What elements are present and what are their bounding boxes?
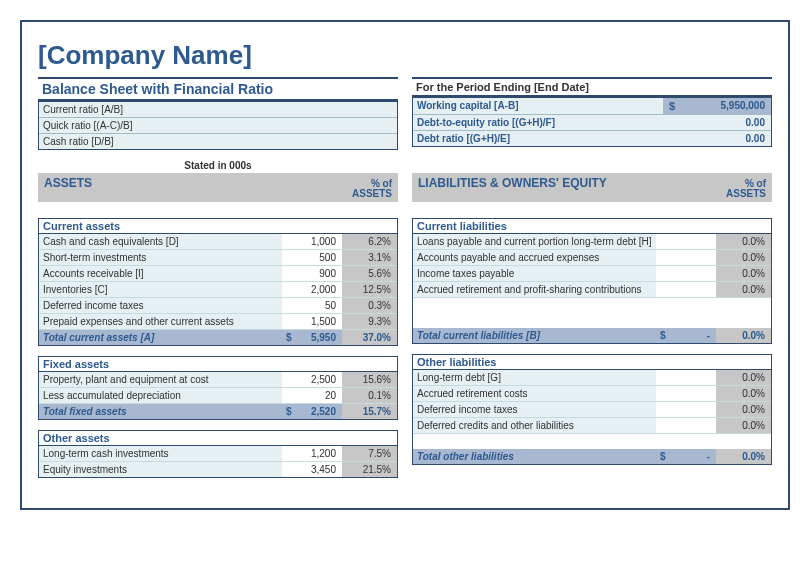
row-label: Accrued retirement costs — [413, 386, 656, 401]
row-pct: 3.1% — [342, 250, 397, 265]
total-label: Total current assets [A] — [39, 330, 282, 345]
row-value — [656, 418, 716, 433]
row-value: 20 — [282, 388, 342, 403]
total-label: Total fixed assets — [39, 404, 282, 419]
row-value: 2,000 — [282, 282, 342, 297]
row-label: Deferred income taxes — [413, 402, 656, 417]
company-name: [Company Name] — [38, 40, 772, 71]
ratio-label: Working capital [A-B] — [413, 98, 663, 114]
other-liab-box: Other liabilities Long-term debt [G]0.0%… — [412, 354, 772, 465]
liabilities-column: Current liabilities Loans payable and cu… — [412, 208, 772, 478]
row-value — [656, 370, 716, 385]
row-label: Accounts payable and accrued expenses — [413, 250, 656, 265]
total-pct: 37.0% — [342, 330, 397, 345]
row-pct: 0.0% — [716, 418, 771, 433]
row-label: Long-term cash investments — [39, 446, 282, 461]
ratio-label: Cash ratio [D/B] — [39, 134, 327, 149]
row-pct: 15.6% — [342, 372, 397, 387]
total-value: $5,950 — [282, 330, 342, 345]
row-value: 900 — [282, 266, 342, 281]
pct-header: % of ASSETS — [706, 179, 766, 199]
row-value: 500 — [282, 250, 342, 265]
row-value — [656, 250, 716, 265]
row-label: Cash and cash equivalents [D] — [39, 234, 282, 249]
ratio-label: Debt-to-equity ratio [(G+H)/F] — [413, 115, 701, 130]
row-pct: 0.0% — [716, 282, 771, 297]
row-pct: 9.3% — [342, 314, 397, 329]
ratio-value — [327, 118, 397, 133]
row-value — [656, 266, 716, 281]
sheet-title: Balance Sheet with Financial Ratio — [38, 77, 398, 101]
row-value — [656, 282, 716, 297]
section-header: Other assets — [39, 431, 397, 446]
ratio-value: 0.00 — [701, 115, 771, 130]
total-label: Total other liabilities — [413, 449, 656, 464]
total-value: $- — [656, 449, 716, 464]
row-value — [656, 402, 716, 417]
row-label: Property, plant and equipment at cost — [39, 372, 282, 387]
liabilities-header: LIABILITIES & OWNERS' EQUITY % of ASSETS — [412, 173, 772, 202]
row-pct: 0.0% — [716, 266, 771, 281]
row-label: Inventories [C] — [39, 282, 282, 297]
row-pct: 7.5% — [342, 446, 397, 461]
section-header: Fixed assets — [39, 357, 397, 372]
row-value: 1,200 — [282, 446, 342, 461]
ratio-value — [327, 102, 397, 117]
stated-label: Stated in 000s — [38, 158, 398, 173]
section-header: Other liabilities — [413, 355, 771, 370]
row-value — [656, 234, 716, 249]
ratio-label: Current ratio [A/B] — [39, 102, 327, 117]
main-columns: Current assets Cash and cash equivalents… — [38, 208, 772, 478]
row-label: Loans payable and current portion long-t… — [413, 234, 656, 249]
assets-header: ASSETS % of ASSETS — [38, 173, 398, 202]
balance-sheet: [Company Name] Balance Sheet with Financ… — [20, 20, 790, 510]
pct-header: % of ASSETS — [332, 179, 392, 199]
row-pct: 12.5% — [342, 282, 397, 297]
total-pct: 0.0% — [716, 328, 771, 343]
ratio-value: 5,950,000 — [681, 98, 771, 114]
currency-symbol: $ — [663, 98, 681, 114]
row-pct: 5.6% — [342, 266, 397, 281]
row-value: 1,000 — [282, 234, 342, 249]
total-value: $- — [656, 328, 716, 343]
row-pct: 21.5% — [342, 462, 397, 477]
row-label: Accounts receivable [I] — [39, 266, 282, 281]
row-pct: 6.2% — [342, 234, 397, 249]
row-pct: 0.0% — [716, 234, 771, 249]
section-header: Current assets — [39, 219, 397, 234]
section-header: Current liabilities — [413, 219, 771, 234]
ratio-label: Quick ratio [(A-C)/B] — [39, 118, 327, 133]
row-label: Short-term investments — [39, 250, 282, 265]
row-label: Income taxes payable — [413, 266, 656, 281]
left-ratios: Current ratio [A/B] Quick ratio [(A-C)/B… — [38, 101, 398, 150]
left-top-col: Balance Sheet with Financial Ratio Curre… — [38, 77, 398, 150]
ratio-value: 0.00 — [701, 131, 771, 146]
row-label: Long-term debt [G] — [413, 370, 656, 385]
row-label: Deferred income taxes — [39, 298, 282, 313]
right-ratios: Working capital [A-B] $ 5,950,000 Debt-t… — [412, 97, 772, 147]
current-liab-box: Current liabilities Loans payable and cu… — [412, 218, 772, 344]
row-label: Less accumulated depreciation — [39, 388, 282, 403]
assets-title: ASSETS — [44, 176, 332, 190]
row-pct: 0.3% — [342, 298, 397, 313]
row-value: 1,500 — [282, 314, 342, 329]
liab-title: LIABILITIES & OWNERS' EQUITY — [418, 176, 706, 190]
row-pct: 0.0% — [716, 386, 771, 401]
row-value: 2,500 — [282, 372, 342, 387]
ratio-value — [327, 134, 397, 149]
total-pct: 0.0% — [716, 449, 771, 464]
row-pct: 0.0% — [716, 250, 771, 265]
row-pct: 0.1% — [342, 388, 397, 403]
row-value: 50 — [282, 298, 342, 313]
row-pct: 0.0% — [716, 402, 771, 417]
other-assets-box: Other assets Long-term cash investments1… — [38, 430, 398, 478]
current-assets-box: Current assets Cash and cash equivalents… — [38, 218, 398, 346]
period-header: For the Period Ending [End Date] — [412, 77, 772, 97]
fixed-assets-box: Fixed assets Property, plant and equipme… — [38, 356, 398, 420]
row-label: Prepaid expenses and other current asset… — [39, 314, 282, 329]
total-value: $2,520 — [282, 404, 342, 419]
row-value: 3,450 — [282, 462, 342, 477]
ratio-label: Debt ratio [(G+H)/E] — [413, 131, 701, 146]
row-label: Equity investments — [39, 462, 282, 477]
row-label: Deferred credits and other liabilities — [413, 418, 656, 433]
